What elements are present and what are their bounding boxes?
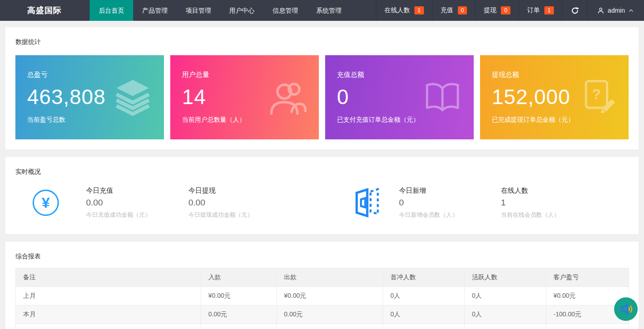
report-panel: 综合报表 备注 入款 出款 首冲人数 活跃人数 客户盈亏 上月 ¥0. <box>5 242 639 329</box>
chevron-up-icon <box>628 8 634 14</box>
report-table-header-row: 备注 入款 出款 首冲人数 活跃人数 客户盈亏 <box>16 268 629 287</box>
realtime-panel: 实时概况 ¥ 今日充值 0.00 今日充值成功金额（元） 今日提现 0.00 今… <box>5 157 639 234</box>
realtime-row: ¥ 今日充值 0.00 今日充值成功金额（元） 今日提现 0.00 今日提现成功… <box>5 182 639 234</box>
report-table: 备注 入款 出款 首冲人数 活跃人数 客户盈亏 上月 ¥0.00元 ¥0.00元… <box>15 268 629 329</box>
nav-stat-online[interactable]: 在线人数 1 <box>376 0 432 21</box>
top-navbar: 高盛国际 后台首页 产品管理 项目管理 用户中心 信息管理 系统管理 在线人数 … <box>0 0 644 21</box>
realtime-label: 今日充值 <box>86 186 184 195</box>
table-row-partial <box>16 324 629 329</box>
realtime-label: 今日提现 <box>188 186 346 195</box>
realtime-desc: 今日新增会员数（人） <box>399 211 496 219</box>
col-header-first-deposit: 首冲人数 <box>383 268 465 287</box>
online-count-badge: 1 <box>414 6 424 14</box>
stat-card-withdraw: 提现总额 152,000 已完成提现订单总金额（元） ? <box>480 55 629 139</box>
cell-active-users: 0人 <box>465 305 546 324</box>
cell-outflow: ¥0.00元 <box>277 287 383 305</box>
document-question-icon: ? <box>578 78 617 117</box>
withdraw-count-badge: 0 <box>501 6 510 14</box>
announcement-button[interactable] <box>614 297 638 321</box>
stats-panel-title: 数据统计 <box>5 27 639 52</box>
table-row-this-month: 本月 0.00元 0.00元 0人 0人 -100.00元 <box>16 305 629 324</box>
user-menu[interactable]: admin <box>587 0 644 21</box>
stats-panel: 数据统计 总盈亏 463,808 当前盈亏总数 用户总量 14 <box>5 27 639 149</box>
col-header-client-pnl: 客户盈亏 <box>546 268 629 287</box>
nav-stat-orders-label: 订单 <box>527 6 540 14</box>
menu-item-system[interactable]: 系统管理 <box>307 0 351 21</box>
report-panel-title: 综合报表 <box>5 242 639 267</box>
stat-card-desc: 已支付充值订单总金额（元） <box>337 116 474 124</box>
stat-card-profit: 总盈亏 463,808 当前盈亏总数 <box>15 55 164 139</box>
data-panels-icon-wrap <box>350 185 399 220</box>
cell-outflow: 0.00元 <box>277 305 383 324</box>
speaker-icon <box>619 302 633 316</box>
stat-card-recharge: 充值总额 0 已支付充值订单总金额（元） <box>325 55 474 139</box>
main-menu: 后台首页 产品管理 项目管理 用户中心 信息管理 系统管理 <box>90 0 351 21</box>
cell-first-deposit: 0人 <box>383 305 465 324</box>
cell-first-deposit: 0人 <box>383 287 465 305</box>
realtime-item-new-users: 今日新增 0 今日新增会员数（人） <box>399 186 501 219</box>
cell-remark: 本月 <box>16 305 201 324</box>
nav-stat-withdraw-label: 提现 <box>484 6 496 14</box>
realtime-item-recharge: 今日充值 0.00 今日充值成功金额（元） <box>86 186 188 219</box>
dashboard-content: 数据统计 总盈亏 463,808 当前盈亏总数 用户总量 14 <box>0 21 644 329</box>
realtime-desc: 今日充值成功金额（元） <box>86 211 184 219</box>
username: admin <box>608 7 625 14</box>
nav-stat-withdraw[interactable]: 提现 0 <box>475 0 519 21</box>
yen-circle-icon: ¥ <box>33 190 59 216</box>
cell-active-users: 0人 <box>465 287 546 305</box>
col-header-remark: 备注 <box>16 268 201 287</box>
refresh-button[interactable] <box>562 0 587 21</box>
realtime-value: 1 <box>501 198 634 208</box>
col-header-active-users: 活跃人数 <box>465 268 546 287</box>
realtime-desc: 当前在线会员数（人） <box>501 211 634 219</box>
realtime-label: 今日新增 <box>399 186 496 195</box>
nav-stat-orders[interactable]: 订单 1 <box>519 0 562 21</box>
menu-item-projects[interactable]: 项目管理 <box>177 0 220 21</box>
users-icon <box>268 78 307 117</box>
menu-item-home[interactable]: 后台首页 <box>90 0 133 21</box>
open-book-icon <box>423 78 462 117</box>
layers-icon <box>113 77 152 117</box>
col-header-outflow: 出款 <box>277 268 383 287</box>
cell-inflow: ¥0.00元 <box>201 287 277 305</box>
menu-item-users[interactable]: 用户中心 <box>220 0 264 21</box>
nav-stat-online-label: 在线人数 <box>384 6 410 14</box>
stat-cards: 总盈亏 463,808 当前盈亏总数 用户总量 14 当前用户总数量（人） <box>5 52 639 149</box>
cell-remark: 上月 <box>16 287 201 305</box>
realtime-value: 0.00 <box>188 198 346 208</box>
realtime-item-withdraw: 今日提现 0.00 今日提现成功金额（元） <box>188 186 350 219</box>
user-icon <box>597 7 605 14</box>
refresh-icon <box>571 6 579 15</box>
navbar-right: 在线人数 1 充值 0 提现 0 订单 1 <box>376 0 644 21</box>
order-count-badge: 1 <box>544 6 554 14</box>
brand-logo[interactable]: 高盛国际 <box>0 0 90 21</box>
realtime-value: 0.00 <box>86 198 184 208</box>
realtime-item-online: 在线人数 1 当前在线会员数（人） <box>501 186 639 219</box>
menu-item-info[interactable]: 信息管理 <box>264 0 307 21</box>
table-row-last-month: 上月 ¥0.00元 ¥0.00元 0人 0人 ¥0.00元 <box>16 287 629 305</box>
realtime-desc: 今日提现成功金额（元） <box>188 211 346 219</box>
svg-text:?: ? <box>592 86 601 102</box>
stat-card-desc: 已完成提现订单总金额（元） <box>492 116 629 124</box>
data-panels-icon <box>350 185 382 220</box>
nav-stat-recharge-label: 充值 <box>441 6 453 14</box>
yen-icon-wrap: ¥ <box>5 190 86 216</box>
col-header-inflow: 入款 <box>201 268 277 287</box>
menu-item-products[interactable]: 产品管理 <box>133 0 177 21</box>
stat-card-desc: 当前用户总数量（人） <box>182 116 319 124</box>
realtime-panel-title: 实时概况 <box>5 157 639 182</box>
nav-stat-recharge[interactable]: 充值 0 <box>432 0 476 21</box>
cell-inflow: 0.00元 <box>201 305 277 324</box>
recharge-count-badge: 0 <box>458 6 467 14</box>
realtime-label: 在线人数 <box>501 186 634 195</box>
stat-card-users: 用户总量 14 当前用户总数量（人） <box>170 55 319 139</box>
realtime-value: 0 <box>399 198 496 208</box>
